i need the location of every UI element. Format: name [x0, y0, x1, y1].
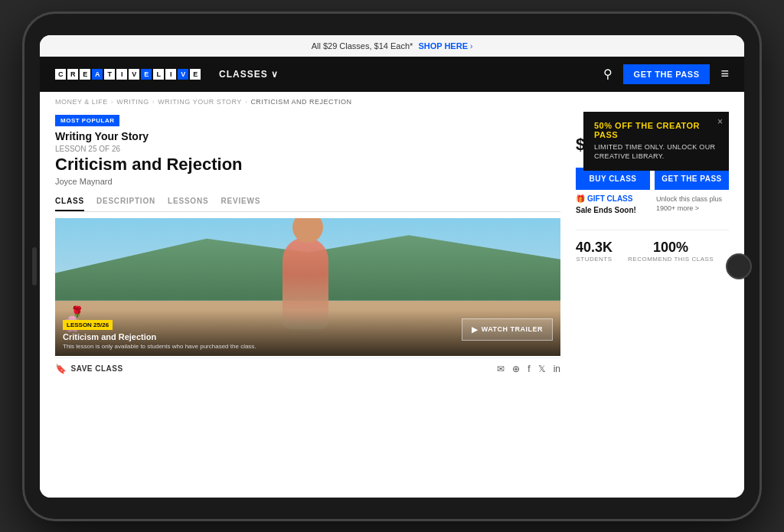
gift-class-link[interactable]: 🎁 GIFT CLASS: [576, 194, 648, 203]
video-subtitle: This lesson is only available to student…: [63, 343, 553, 350]
logo-i: I: [116, 69, 127, 80]
students-stat: 40.3K STUDENTS: [576, 240, 612, 263]
class-heading: Criticism and Rejection: [55, 155, 560, 174]
recommend-stat: 100% RECOMMEND THIS CLASS: [628, 240, 714, 263]
gift-icon: 🎁: [576, 194, 585, 203]
logo-v2: V: [178, 69, 188, 80]
twitter-icon[interactable]: 𝕏: [538, 364, 546, 374]
gift-sale-col: 🎁 GIFT CLASS Sale Ends Soon!: [576, 194, 648, 217]
logo-e: E: [80, 69, 90, 80]
shop-link[interactable]: SHOP HERE: [418, 41, 468, 51]
bottom-info: 🎁 GIFT CLASS Sale Ends Soon! Unlock this…: [576, 194, 729, 217]
logo-l: L: [153, 69, 164, 80]
lesson-label: LESSON 25/26: [63, 320, 113, 330]
main-column: MOST POPULAR Writing Your Story LESSON 2…: [55, 112, 560, 498]
tab-class[interactable]: CLASS: [55, 192, 84, 211]
chevron-down-icon: ∨: [271, 69, 279, 80]
promo-title: 50% OFF THE CREATOR PASS: [594, 121, 718, 139]
logo-v: V: [129, 69, 139, 80]
breadcrumb-sep-1: ›: [111, 98, 114, 106]
breadcrumb-item-2[interactable]: WRITING: [116, 98, 149, 106]
content-area: MONEY & LIFE › WRITING › WRITING YOUR ST…: [40, 92, 744, 498]
sale-ends-label: Sale Ends Soon!: [576, 206, 648, 214]
buy-class-button[interactable]: BUY CLASS: [576, 168, 650, 190]
play-icon: ▶: [472, 325, 479, 334]
gift-label: GIFT CLASS: [587, 194, 632, 203]
breadcrumb-item-3[interactable]: WRITING YOUR STORY: [158, 98, 242, 106]
tablet-frame: All $29 Classes, $14 Each* SHOP HERE › C…: [24, 14, 760, 519]
hamburger-icon[interactable]: ≡: [720, 66, 729, 82]
logo-i2: I: [165, 69, 176, 80]
classes-menu[interactable]: CLASSES ∨: [219, 69, 279, 80]
unlock-text[interactable]: Unlock this class plus 1900+ more >: [656, 195, 722, 213]
class-title: Writing Your Story: [55, 130, 560, 142]
classes-label: CLASSES: [219, 69, 268, 80]
students-count: 40.3K: [576, 240, 612, 256]
lesson-count: LESSON 25 OF 26: [55, 145, 560, 153]
save-bar: 🔖 SAVE CLASS ✉ ⊕ f 𝕏 in: [55, 357, 560, 380]
get-pass-nav-button[interactable]: GET THE PASS: [623, 64, 710, 84]
social-icons: ✉ ⊕ f 𝕏 in: [497, 364, 560, 374]
buy-buttons-row: BUY CLASS GET THE PASS: [576, 168, 729, 190]
save-class-button[interactable]: 🔖 SAVE CLASS: [55, 364, 123, 374]
search-icon[interactable]: ⚲: [603, 67, 612, 81]
logo-r: R: [67, 69, 78, 80]
email-icon[interactable]: ✉: [497, 364, 505, 374]
promo-popup: × 50% OFF THE CREATOR PASS LIMITED TIME …: [583, 112, 729, 171]
unlock-col: Unlock this class plus 1900+ more >: [656, 194, 729, 217]
logo-t: T: [104, 69, 115, 80]
announcement-arrow: ›: [470, 42, 472, 51]
instructor-name: Joyce Maynard: [55, 177, 560, 186]
video-thumbnail: 🌸 🌹 LESSON 25/26 Criticism and Rejection…: [55, 218, 560, 356]
students-label: STUDENTS: [576, 256, 612, 263]
tab-reviews[interactable]: REVIEWS: [220, 192, 260, 211]
pinterest-icon[interactable]: ⊕: [512, 364, 520, 374]
promo-close-icon[interactable]: ×: [717, 116, 723, 127]
body-layout: × 50% OFF THE CREATOR PASS LIMITED TIME …: [40, 112, 744, 498]
recommend-label: RECOMMEND THIS CLASS: [628, 256, 714, 263]
stats-row: 40.3K STUDENTS 100% RECOMMEND THIS CLASS: [576, 230, 729, 263]
tab-description[interactable]: DESCRIPTION: [96, 192, 155, 211]
get-pass-button[interactable]: GET THE PASS: [655, 168, 729, 190]
watch-trailer-button[interactable]: ▶ WATCH TRAILER: [462, 318, 553, 341]
tab-lessons[interactable]: LESSONS: [168, 192, 208, 211]
logo-c: C: [55, 69, 66, 80]
promo-subtitle: LIMITED TIME ONLY. UNLOCK OUR CREATIVE L…: [594, 142, 718, 162]
announcement-bar: All $29 Classes, $14 Each* SHOP HERE ›: [40, 35, 744, 57]
bookmark-icon: 🔖: [55, 364, 67, 374]
nav-bar: C R E A T I V E L I V E CLASSES ∨ ⚲ GET …: [40, 57, 744, 92]
breadcrumb: MONEY & LIFE › WRITING › WRITING YOUR ST…: [40, 92, 744, 112]
breadcrumb-item-4: CRITICISM AND REJECTION: [250, 98, 351, 106]
breadcrumb-sep-2: ›: [152, 98, 155, 106]
screen: All $29 Classes, $14 Each* SHOP HERE › C…: [40, 35, 744, 498]
save-class-label: SAVE CLASS: [71, 364, 123, 373]
linkedin-icon[interactable]: in: [554, 364, 560, 374]
breadcrumb-sep-3: ›: [245, 98, 248, 106]
logo[interactable]: C R E A T I V E L I V E: [55, 69, 201, 80]
logo-a: A: [92, 69, 103, 80]
recommend-count: 100%: [628, 240, 714, 256]
announcement-text: All $29 Classes, $14 Each*: [312, 41, 413, 51]
class-tabs: CLASS DESCRIPTION LESSONS REVIEWS: [55, 192, 560, 212]
watch-trailer-label: WATCH TRAILER: [482, 325, 543, 333]
logo-e2: E: [141, 69, 152, 80]
most-popular-badge: MOST POPULAR: [55, 115, 119, 126]
facebook-icon[interactable]: f: [528, 364, 530, 374]
logo-e3: E: [190, 69, 201, 80]
breadcrumb-item-1[interactable]: MONEY & LIFE: [55, 98, 108, 106]
